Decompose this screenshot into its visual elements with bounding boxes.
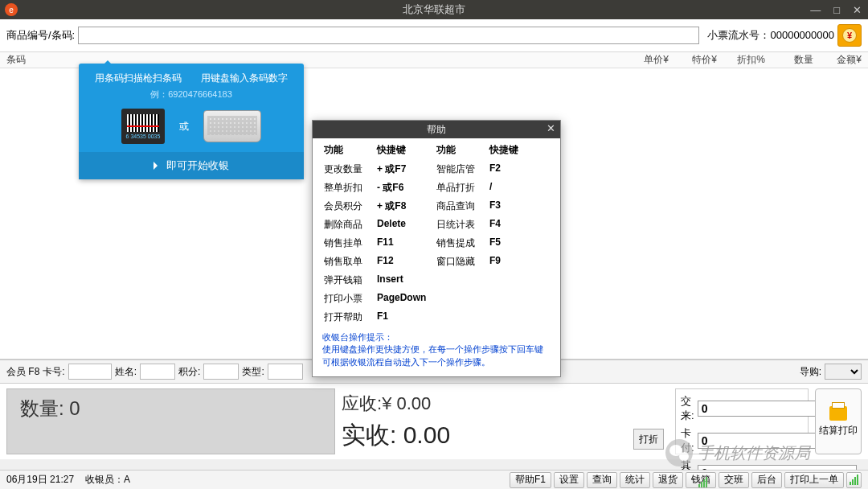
- play-icon: [154, 162, 162, 170]
- help-row: 销售提成F5: [436, 234, 549, 253]
- help-row: 销售取单F12: [324, 253, 436, 271]
- help-row: 删除商品Delete: [324, 216, 436, 234]
- help-right-col: 功能快捷键 智能店管F2单品打折/商品查询F3日统计表F4销售提成F5窗口隐藏F…: [436, 143, 549, 327]
- minimize-button[interactable]: —: [807, 4, 824, 16]
- help-row: 打开帮助F1: [324, 308, 436, 327]
- printer-icon: [829, 406, 847, 421]
- name-input[interactable]: [140, 364, 175, 380]
- help-row: 智能店管F2: [436, 160, 549, 179]
- footer-button[interactable]: 退货: [653, 472, 683, 488]
- help-row: 更改数量+ 或F7: [324, 160, 436, 179]
- footer-button[interactable]: 后台: [751, 472, 782, 488]
- help-row: 窗口隐藏F9: [436, 253, 549, 271]
- help-hint: 收银台操作提示： 使用键盘操作更快捷方便，在每一个操作步骤按下回车键可根据收银流…: [313, 328, 560, 376]
- footer-button[interactable]: 帮助F1: [510, 472, 551, 488]
- help-dialog-title: 帮助 ✕: [313, 121, 560, 138]
- signal-icon: [698, 473, 707, 487]
- help-row: 销售挂单F11: [324, 234, 436, 253]
- quantity-panel: 数量: 0: [6, 388, 335, 454]
- help-row: 整单折扣- 或F6: [324, 179, 436, 197]
- help-left-col: 功能快捷键 更改数量+ 或F7整单折扣- 或F6会员积分+ 或F8删除商品Del…: [324, 143, 436, 327]
- points-label: 积分:: [178, 365, 200, 379]
- card-label: 卡付:: [681, 426, 694, 455]
- help-row: 日统计表F4: [436, 216, 549, 234]
- summary-row: 数量: 0 应收:¥ 0.00 实收: 0.00 打折 交来: 卡付: 其他: …: [0, 384, 868, 459]
- col-qty: 数量: [765, 53, 813, 67]
- name-label: 姓名:: [115, 365, 137, 379]
- payment-panel: 交来: 卡付: 其他: 找零:: [675, 388, 809, 454]
- help-row: 打印小票PageDown: [324, 290, 436, 308]
- col-discount: 折扣%: [717, 53, 765, 67]
- amount-due: 应收:¥ 0.00: [342, 392, 669, 416]
- card-input[interactable]: [68, 364, 112, 380]
- discount-button[interactable]: 打折: [633, 429, 664, 450]
- onboarding-tooltip: 用条码扫描枪扫条码 用键盘输入条码数字 例：6920476664183 6 34…: [79, 64, 304, 179]
- guide-select[interactable]: [825, 364, 862, 380]
- help-row: 单品打折/: [436, 179, 549, 197]
- footer-date: 06月19日 21:27: [6, 473, 74, 487]
- amount-paid: 实收: 0.00: [342, 419, 669, 452]
- footer-button[interactable]: 设置: [554, 472, 584, 488]
- tip-scan-title: 用条码扫描枪扫条码: [95, 72, 182, 85]
- cash-label: 交来:: [681, 394, 694, 423]
- coin-button[interactable]: ¥: [837, 24, 862, 47]
- tip-example: 例：6920476664183: [79, 88, 304, 104]
- barcode-icon: 6 34535 0035: [121, 109, 165, 144]
- type-input[interactable]: [268, 364, 303, 380]
- barcode-input[interactable]: [78, 27, 699, 44]
- serial-number: 小票流水号：00000000000: [707, 28, 834, 43]
- help-dialog: 帮助 ✕ 功能快捷键 更改数量+ 或F7整单折扣- 或F6会员积分+ 或F8删除…: [312, 120, 561, 377]
- keyboard-icon: [203, 110, 261, 142]
- vip-label: 会员 F8: [6, 365, 39, 379]
- col-unitprice: 单价¥: [620, 53, 669, 67]
- item-list-area: 用条码扫描枪扫条码 用键盘输入条码数字 例：6920476664183 6 34…: [0, 68, 868, 360]
- status-bar: 06月19日 21:27 收银员：A 帮助F1设置查询统计退货钱箱交班后台打印上…: [0, 470, 868, 489]
- footer-button[interactable]: 交班: [719, 472, 749, 488]
- tip-or: 或: [179, 120, 189, 134]
- help-close-button[interactable]: ✕: [547, 122, 555, 134]
- help-row: 弹开钱箱Insert: [324, 271, 436, 290]
- barcode-row: 商品编号/条码: 小票流水号：00000000000 ¥: [0, 19, 868, 52]
- settle-print-button[interactable]: 结算打印: [815, 388, 862, 454]
- footer-button[interactable]: 打印上一单: [784, 472, 844, 488]
- footer-cashier: 收银员：A: [85, 473, 130, 487]
- maximize-button[interactable]: □: [830, 4, 843, 16]
- col-amount: 金额¥: [813, 53, 862, 67]
- signal-button[interactable]: [846, 472, 862, 488]
- tip-ready-bar: 即可开始收银: [79, 152, 304, 179]
- help-row: 会员积分+ 或F8: [324, 197, 436, 216]
- col-special: 特价¥: [669, 53, 717, 67]
- card-label: 卡号:: [43, 365, 64, 379]
- type-label: 类型:: [242, 365, 264, 379]
- window-title: 北京华联超市: [0, 2, 868, 17]
- tip-type-title: 用键盘输入条码数字: [201, 72, 288, 85]
- close-button[interactable]: ✕: [850, 4, 865, 16]
- title-bar: e 北京华联超市 — □ ✕: [0, 0, 868, 19]
- amount-panel: 应收:¥ 0.00 实收: 0.00 打折: [342, 388, 669, 454]
- footer-button[interactable]: 统计: [620, 472, 650, 488]
- points-input[interactable]: [203, 364, 239, 380]
- footer-button[interactable]: 查询: [587, 472, 617, 488]
- help-row: 商品查询F3: [436, 197, 549, 216]
- guide-label: 导购:: [800, 365, 821, 379]
- barcode-label: 商品编号/条码:: [6, 28, 75, 43]
